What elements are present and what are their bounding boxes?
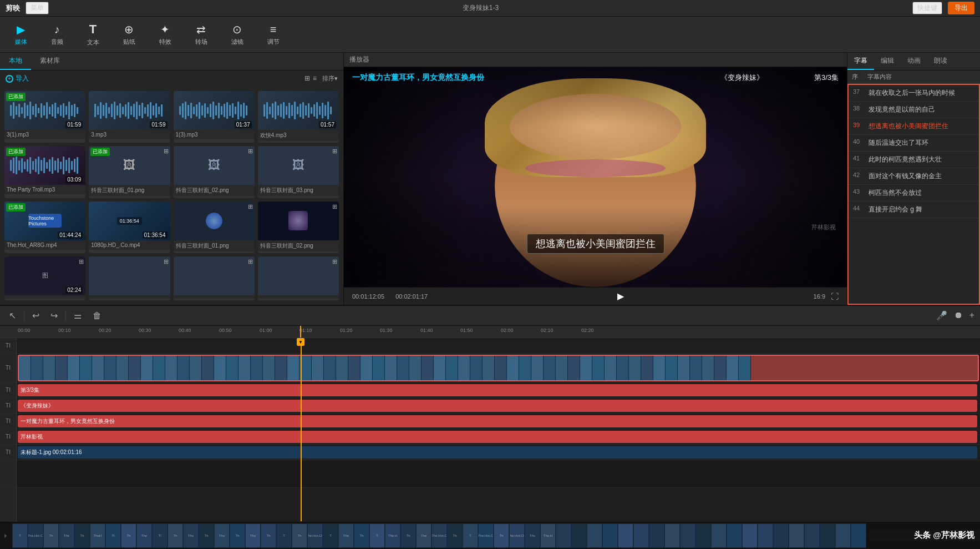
subtitle-item-40[interactable]: 40 随后温迪交出了耳环 [849,135,979,152]
svg-rect-44 [147,104,149,117]
subtitle-clip-4[interactable]: 芹林影视 [18,431,977,443]
media-item-4[interactable]: 已添加 03:09 The Party Troll.mp3 [4,146,85,198]
film-frame-27: The.Hot.C [431,523,447,548]
film-frame-12: Th [199,523,214,548]
tab-narrate[interactable]: 朗读 [927,53,954,70]
tab-edit[interactable]: 编辑 [874,53,901,70]
sort-icon[interactable]: 排序▾ [322,74,338,83]
svg-rect-96 [322,103,323,118]
svg-rect-119 [63,157,64,174]
subtitle-item-44[interactable]: 44 直接开启约会 g 舞 [849,202,979,218]
svg-rect-85 [291,105,293,116]
media-item-13[interactable]: ⊞ [89,256,170,300]
video-frame-56 [702,356,714,380]
subtitle-item-37[interactable]: 37 就在收取之后一张马内的时候 [849,85,979,102]
svg-rect-76 [266,102,268,119]
subtitle-col-num: 序 [852,73,863,81]
tool-text[interactable]: T 文本 [80,22,105,47]
undo-button[interactable]: ↩ [29,309,43,323]
record-icon[interactable]: ⏺ [954,310,963,321]
left-panel: 本地 素材库 + 导入 ⊞ ≡ 排序▾ 已添加 01:59 [0,53,344,305]
svg-rect-90 [305,105,307,115]
grid-view-icon[interactable]: ⊞ [304,74,310,83]
media-label-5: 抖音三联封面_01.png [89,185,170,196]
media-item-14[interactable]: ⊞ [174,256,255,300]
sub-num-44: 44 [853,205,864,211]
zoom-in-icon[interactable]: + [969,310,974,321]
export-button[interactable]: 导出 [948,2,974,14]
view-toggle[interactable]: ⊞ ≡ 排序▾ [304,74,338,83]
transition-icon: ⇄ [196,23,206,36]
film-frame-24: The.H [385,523,400,548]
subtitle-item-41[interactable]: 41 此时的柯匹竟然遇到大壮 [849,152,979,168]
subtitle-item-38[interactable]: 38 发现竟然是以前的自己 [849,102,979,118]
media-item-7[interactable]: ⊞ 🖼 抖音三联封面_03.png [258,146,339,198]
video-frame-39 [495,356,507,380]
list-view-icon[interactable]: ≡ [313,74,317,83]
video-frame-8 [116,356,129,380]
import-button[interactable]: + 导入 [6,74,29,83]
media-item-9[interactable]: 01:36:54 01:36:54 1080p.HD_.Co.mp4 [89,202,170,253]
subtitle-clip-1[interactable]: 第3/3集 [18,384,977,396]
tracks-container: ▼ 第3/3集 《变身辣妹》 [17,338,980,521]
media-item-5[interactable]: 已添加 🖼 ⊞ 抖音三联封面_01.png [89,146,170,198]
media-item-6[interactable]: ⊞ 🖼 抖音三联封面_02.png [174,146,255,198]
tool-media[interactable]: ▶ 媒体 [8,23,33,46]
video-frame-55 [690,356,702,380]
subtitle-clip-2[interactable]: 《变身辣妹》 [18,400,977,412]
media-item-0[interactable]: 已添加 01:59 3(1).mp3 [4,91,85,143]
split-tool[interactable]: ⚌ [70,309,85,323]
media-item-10[interactable]: ⊞ 抖音三联封面_01.png [174,202,255,253]
tab-subtitles[interactable]: 字幕 [847,53,874,70]
svg-rect-0 [10,105,12,116]
film-frame-39 [618,523,633,548]
track-label-4: TI [0,429,16,445]
tool-filter[interactable]: ⊙ 滤镜 [225,23,250,46]
mic-icon[interactable]: 🎤 [936,310,947,321]
video-frame-35 [446,356,458,380]
sub-num-38: 38 [853,105,864,112]
tool-effect[interactable]: ✦ 特效 [153,23,177,46]
tool-adjust[interactable]: ≡ 调节 [261,23,286,46]
media-item-15[interactable]: ⊞ [258,256,339,300]
tab-library[interactable]: 素材库 [31,53,69,70]
tab-local[interactable]: 本地 [0,53,31,70]
tool-sticker[interactable]: ⊕ 贴纸 [116,23,141,46]
media-label-0: 3(1).mp3 [4,130,85,139]
tool-transition[interactable]: ⇄ 转场 [189,23,214,46]
svg-rect-87 [297,107,298,114]
video-series: 《变身辣妹》 [720,73,764,83]
menu-button[interactable]: 菜单 [26,2,49,14]
media-item-8[interactable]: 已添加 Touchstone Pictures 01:44:24 The.Hot… [4,202,85,253]
quick-edit-button[interactable]: 快捷键 [912,2,942,14]
subtitle-item-43[interactable]: 43 柯匹当然不会放过 [849,185,979,202]
media-item-1[interactable]: 01:59 3.mp3 [89,91,170,143]
subtitle-clip-3[interactable]: 一对魔力古董耳环，男女竟然互换身份 [18,415,977,427]
video-frame-2 [43,356,55,380]
video-frame-6 [92,356,104,380]
video-frame-12 [165,356,177,380]
redo-button[interactable]: ↪ [47,309,61,323]
tool-audio[interactable]: ♪ 音频 [44,23,69,46]
subtitle-item-39[interactable]: 39 想逃离也被小美闺蜜团拦住 [849,118,979,135]
fullscreen-button[interactable]: ⛶ [831,292,839,301]
delete-tool[interactable]: 🗑 [89,309,105,323]
media-item-2[interactable]: 01:37 1(3).mp3 [174,91,255,143]
track-label-3: TI [0,414,16,429]
main-video-clip[interactable] [18,355,979,381]
img-type-5: ⊞ [164,148,169,155]
play-button[interactable]: ▶ [617,291,624,301]
sub-text-44: 直接开启约会 g 舞 [869,205,974,214]
svg-rect-102 [16,157,17,174]
tab-animation[interactable]: 动画 [901,53,927,70]
subtitle-item-42[interactable]: 42 面对这个有钱又像的金主 [849,168,979,185]
sticker-icon: ⊕ [124,23,134,36]
track-label-video: TI [0,354,16,382]
video-frame-57 [714,356,727,380]
image-clip-5[interactable]: 未标题-1.jpg 00:02:01:16 [18,446,977,459]
media-item-11[interactable]: ⊞ 抖音三联封面_02.png [258,202,339,253]
sub-text-37: 就在收取之后一张马内的时候 [869,88,974,98]
media-item-3[interactable]: 01:57 欢快4.mp3 [258,91,339,143]
media-item-12[interactable]: ⊞ 图 02:24 [4,256,85,300]
cursor-tool[interactable]: ↖ [6,309,19,323]
